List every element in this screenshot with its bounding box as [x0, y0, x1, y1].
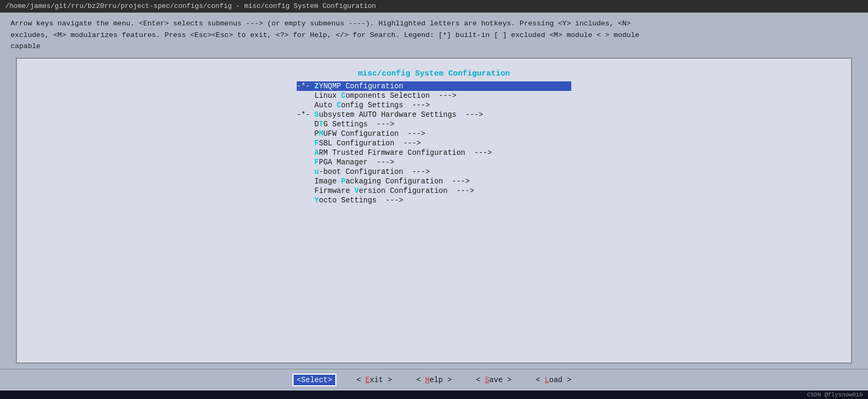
menu-item-firmware-version[interactable]: Firmware Version Configuration ---> [297, 186, 571, 196]
menu-hotkey: u [315, 168, 319, 176]
save-button[interactable]: < Save > [472, 374, 516, 386]
menu-list: -*- ZYNQMP Configuration Linux Component… [17, 81, 851, 205]
menu-item-subsystem-auto[interactable]: -*- Subsystem AUTO Hardware Settings ---… [297, 110, 571, 119]
menu-hotkey: Z [315, 82, 319, 90]
bottom-bar: CSDN @flysnow010 [0, 391, 868, 399]
menu-item-zynqmp-config[interactable]: -*- ZYNQMP Configuration [297, 81, 571, 91]
menu-container: misc/config System Configuration -*- ZYN… [16, 58, 852, 364]
footer-bar: <Select> < Exit > < Help > < Save > < Lo… [0, 369, 868, 391]
menu-hotkey: F [315, 158, 319, 166]
menu-item-linux-components[interactable]: Linux Components Selection ---> [297, 91, 571, 100]
menu-item-yocto-settings[interactable]: Yocto Settings ---> [297, 196, 571, 205]
exit-button[interactable]: < Exit > [352, 374, 396, 386]
title-text: /home/james/git/rru/bz20rru/project-spec… [5, 2, 376, 10]
menu-item-pmufw-config[interactable]: PMUFW Configuration ---> [297, 129, 571, 138]
title-bar: /home/james/git/rru/bz20rru/project-spec… [0, 0, 868, 13]
save-hotkey: S [485, 376, 489, 384]
menu-hotkey: A [315, 149, 319, 157]
menu-item-fpga-manager[interactable]: FPGA Manager ---> [297, 157, 571, 167]
info-line2: excludes, <M> modularizes features. Pres… [11, 30, 857, 41]
info-line3: capable [11, 41, 857, 52]
menu-hotkey: V [354, 187, 358, 195]
menu-item-auto-config[interactable]: Auto Config Settings ---> [297, 100, 571, 110]
menu-hotkey: C [341, 91, 345, 100]
menu-hotkey: F [315, 139, 319, 147]
load-button[interactable]: < Load > [532, 374, 575, 386]
help-button[interactable]: < Help > [412, 374, 456, 386]
menu-hotkey: P [341, 177, 345, 185]
menu-item-dtg-settings[interactable]: DTG Settings ---> [297, 119, 571, 129]
main-area: Arrow keys navigate the menu. <Enter> se… [0, 13, 868, 369]
page-title: misc/config System Configuration [358, 69, 510, 78]
menu-hotkey: T [319, 120, 323, 128]
menu-item-uboot-config[interactable]: u-boot Configuration ---> [297, 167, 571, 177]
menu-hotkey: S [315, 110, 319, 119]
menu-hotkey: Y [315, 196, 319, 205]
exit-hotkey: E [365, 376, 370, 384]
menu-item-image-packaging[interactable]: Image Packaging Configuration ---> [297, 177, 571, 186]
select-button[interactable]: <Select> [293, 374, 336, 386]
info-text: Arrow keys navigate the menu. <Enter> se… [11, 18, 857, 52]
help-hotkey: H [425, 376, 429, 384]
menu-item-arm-trusted[interactable]: ARM Trusted Firmware Configuration ---> [297, 148, 571, 157]
menu-hotkey: C [337, 101, 341, 109]
info-line1: Arrow keys navigate the menu. <Enter> se… [11, 18, 857, 30]
bottom-text: CSDN @flysnow010 [807, 392, 863, 398]
menu-item-fsbl-config[interactable]: FSBL Configuration ---> [297, 138, 571, 148]
load-hotkey: L [545, 376, 549, 384]
menu-hotkey: M [319, 129, 323, 138]
